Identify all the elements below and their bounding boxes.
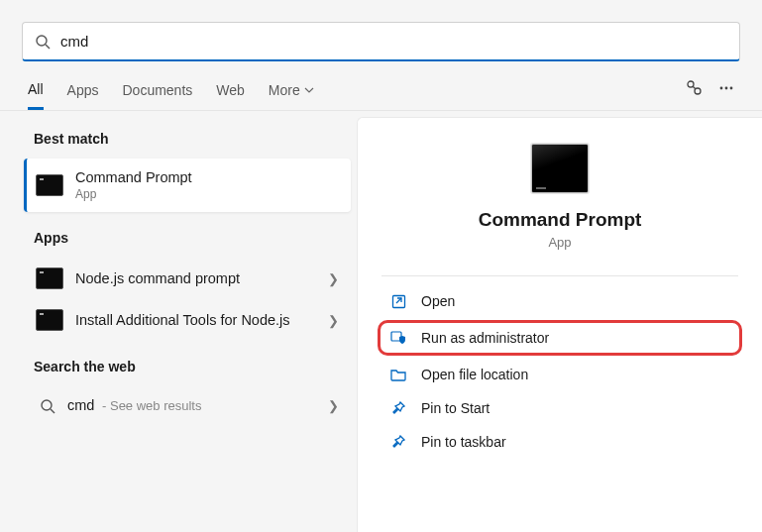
command-prompt-icon xyxy=(36,174,63,196)
search-icon xyxy=(35,34,51,50)
tab-documents[interactable]: Documents xyxy=(122,81,192,109)
web-term: cmd xyxy=(67,397,94,413)
tab-web[interactable]: Web xyxy=(216,81,245,109)
filter-tabs: All Apps Documents Web More xyxy=(28,81,685,109)
best-match-title: Command Prompt xyxy=(75,168,339,187)
action-open[interactable]: Open xyxy=(381,284,738,318)
app-result-nodejs-tools[interactable]: Install Additional Tools for Node.js ❯ xyxy=(24,299,351,341)
pin-icon xyxy=(389,435,407,449)
search-input[interactable] xyxy=(60,33,727,50)
svg-point-3 xyxy=(695,88,701,94)
svg-point-5 xyxy=(720,87,723,90)
tab-more-label: More xyxy=(269,82,300,98)
svg-point-0 xyxy=(37,36,47,46)
apps-label: Apps xyxy=(34,230,351,246)
action-label: Open file location xyxy=(421,367,528,382)
web-suffix: - See web results xyxy=(98,398,201,413)
search-icon xyxy=(40,398,55,414)
terminal-icon xyxy=(36,267,63,289)
search-bar[interactable] xyxy=(22,22,740,61)
action-pin-to-start[interactable]: Pin to Start xyxy=(381,391,738,425)
svg-point-2 xyxy=(688,81,694,87)
action-label: Run as administrator xyxy=(421,330,549,346)
best-match-sub: App xyxy=(75,187,339,203)
svg-line-4 xyxy=(693,86,696,89)
more-options-button[interactable] xyxy=(718,80,734,99)
web-result[interactable]: cmd - See web results ❯ xyxy=(24,386,351,425)
command-prompt-icon xyxy=(531,144,589,193)
divider xyxy=(381,275,738,276)
preview-icon-wrap xyxy=(531,144,589,193)
action-label: Open xyxy=(421,293,455,309)
pin-icon xyxy=(389,401,407,415)
preview-sub: App xyxy=(381,235,738,250)
svg-point-7 xyxy=(730,87,733,90)
chevron-right-icon: ❯ xyxy=(328,313,339,328)
tab-more[interactable]: More xyxy=(269,81,314,109)
action-run-as-administrator[interactable]: Run as administrator xyxy=(378,320,742,356)
preview-title: Command Prompt xyxy=(381,209,738,231)
best-match-result[interactable]: Command Prompt App xyxy=(24,159,351,212)
recent-searches-button[interactable] xyxy=(685,79,703,100)
chevron-right-icon: ❯ xyxy=(328,271,339,286)
svg-line-1 xyxy=(46,45,50,49)
action-pin-to-taskbar[interactable]: Pin to taskbar xyxy=(381,425,738,459)
tab-all[interactable]: All xyxy=(28,81,44,110)
search-web-label: Search the web xyxy=(34,359,351,374)
app-result-title: Node.js command prompt xyxy=(75,269,328,288)
terminal-icon xyxy=(36,309,63,331)
svg-point-6 xyxy=(725,87,728,90)
svg-rect-10 xyxy=(392,295,404,307)
best-match-label: Best match xyxy=(34,131,351,147)
chevron-down-icon xyxy=(304,85,314,95)
svg-point-8 xyxy=(42,400,52,410)
action-label: Pin to taskbar xyxy=(421,434,506,450)
folder-icon xyxy=(389,368,407,381)
app-result-nodejs-prompt[interactable]: Node.js command prompt ❯ xyxy=(24,258,351,299)
svg-line-9 xyxy=(51,409,54,413)
action-label: Pin to Start xyxy=(421,400,490,416)
chevron-right-icon: ❯ xyxy=(328,398,339,413)
app-result-title: Install Additional Tools for Node.js xyxy=(75,311,328,330)
open-icon xyxy=(389,294,407,309)
admin-shield-icon xyxy=(389,330,407,346)
action-open-file-location[interactable]: Open file location xyxy=(381,358,738,391)
tab-apps[interactable]: Apps xyxy=(67,81,99,109)
svg-line-11 xyxy=(396,298,401,303)
